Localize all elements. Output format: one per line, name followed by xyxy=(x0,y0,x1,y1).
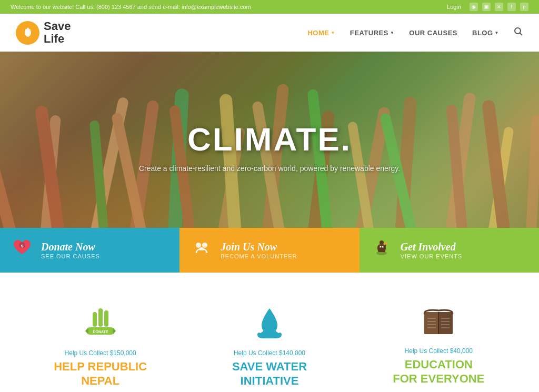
cause-edu-title: EDUCATION FOR EVERYONE xyxy=(370,358,507,386)
main-nav: HOME ▼ FEATURES ▼ OUR CAUSES BLOG ▼ xyxy=(307,27,523,38)
cause-education[interactable]: Help Us Collect $40,000 EDUCATION FOR EV… xyxy=(354,294,523,392)
svg-marker-40 xyxy=(85,327,88,335)
hero-subtitle: Create a climate-resilient and zero-carb… xyxy=(139,164,400,173)
svg-rect-38 xyxy=(104,310,108,327)
svg-rect-44 xyxy=(424,312,438,334)
get-involved-button[interactable]: Get Involved view our events xyxy=(360,228,539,273)
svg-point-29 xyxy=(202,243,207,248)
svg-point-0 xyxy=(515,28,521,34)
svg-point-33 xyxy=(382,246,383,248)
water-drop-icon xyxy=(251,304,288,343)
join-text: Join Us Now become a volunteer xyxy=(221,241,297,259)
donate-sub-label: see our causes xyxy=(41,253,100,259)
cause-water-amount: $140,000 xyxy=(279,349,305,357)
join-sub-label: become a volunteer xyxy=(221,253,297,259)
twitter-icon[interactable]: ✕ xyxy=(495,3,503,11)
nav-causes[interactable]: OUR CAUSES xyxy=(409,29,457,37)
instagram2-icon[interactable]: ▣ xyxy=(482,3,491,11)
causes-grid: DONATE Help Us Collect $150,000 HELP REP… xyxy=(16,294,523,392)
cause-edu-amount: $40,000 xyxy=(450,347,473,355)
svg-point-32 xyxy=(380,246,381,248)
involved-main-label: Get Involved xyxy=(401,241,463,253)
svg-marker-41 xyxy=(113,327,116,335)
donate-hands-icon: DONATE xyxy=(82,304,119,343)
cause-water-title: SAVE WATER INITIATIVE xyxy=(201,360,338,388)
facebook-icon[interactable]: f xyxy=(507,3,516,11)
join-icon xyxy=(190,237,213,263)
svg-text:DONATE: DONATE xyxy=(93,330,108,334)
involved-text: Get Involved view our events xyxy=(401,241,463,259)
hero-title: CLIMATE. xyxy=(139,120,400,158)
hero-content: CLIMATE. Create a climate-resilient and … xyxy=(139,120,400,173)
cause-nepal-title: HELP REPUBLIC NEPAL xyxy=(32,360,169,388)
svg-rect-37 xyxy=(98,308,103,327)
nav-home-arrow: ▼ xyxy=(331,31,335,35)
nav-home[interactable]: HOME ▼ xyxy=(307,29,335,37)
involved-icon xyxy=(370,237,393,263)
cause-nepal[interactable]: DONATE Help Us Collect $150,000 HELP REP… xyxy=(16,294,185,392)
top-bar-message: Welcome to our website! Call us: (800) 1… xyxy=(11,4,251,10)
top-bar: Welcome to our website! Call us: (800) 1… xyxy=(0,0,539,14)
donate-icon: $ xyxy=(11,237,34,263)
logo-text: Save Life xyxy=(44,20,71,45)
instagram-icon[interactable]: ◉ xyxy=(470,3,478,11)
search-button[interactable] xyxy=(514,27,523,38)
cta-row: $ Donate Now see our causes Join Us Now … xyxy=(0,228,539,273)
svg-point-28 xyxy=(196,243,201,248)
svg-rect-36 xyxy=(93,312,97,327)
cause-nepal-amount: $150,000 xyxy=(110,349,136,357)
donate-text: Donate Now see our causes xyxy=(41,241,100,259)
logo-icon xyxy=(16,21,39,45)
nav-features-arrow: ▼ xyxy=(390,31,394,35)
join-main-label: Join Us Now xyxy=(221,241,297,253)
social-icons: ◉ ▣ ✕ f p xyxy=(470,3,528,11)
join-us-button[interactable]: Join Us Now become a volunteer xyxy=(179,228,359,273)
cause-water[interactable]: Help Us Collect $140,000 SAVE WATER INIT… xyxy=(185,294,354,392)
cause-nepal-collect: Help Us Collect $150,000 xyxy=(32,349,169,357)
header: Save Life HOME ▼ FEATURES ▼ OUR CAUSES B… xyxy=(0,14,539,52)
svg-line-1 xyxy=(520,33,523,36)
pinterest-icon[interactable]: p xyxy=(520,3,528,11)
svg-text:$: $ xyxy=(21,244,24,248)
donate-main-label: Donate Now xyxy=(41,241,100,253)
book-icon xyxy=(370,304,507,341)
cause-edu-collect: Help Us Collect $40,000 xyxy=(370,347,507,355)
involved-sub-label: view our events xyxy=(401,253,463,259)
svg-rect-45 xyxy=(438,312,453,334)
hero-section: CLIMATE. Create a climate-resilient and … xyxy=(0,52,539,273)
login-link[interactable]: Login xyxy=(447,4,461,10)
nav-features[interactable]: FEATURES ▼ xyxy=(350,29,395,37)
nav-blog-arrow: ▼ xyxy=(495,31,499,35)
cause-water-collect: Help Us Collect $140,000 xyxy=(201,349,338,357)
causes-section: DONATE Help Us Collect $150,000 HELP REP… xyxy=(0,273,539,392)
nav-blog[interactable]: BLOG ▼ xyxy=(472,29,499,37)
svg-point-31 xyxy=(380,240,384,245)
logo[interactable]: Save Life xyxy=(16,20,71,45)
donate-now-button[interactable]: $ Donate Now see our causes xyxy=(0,228,179,273)
